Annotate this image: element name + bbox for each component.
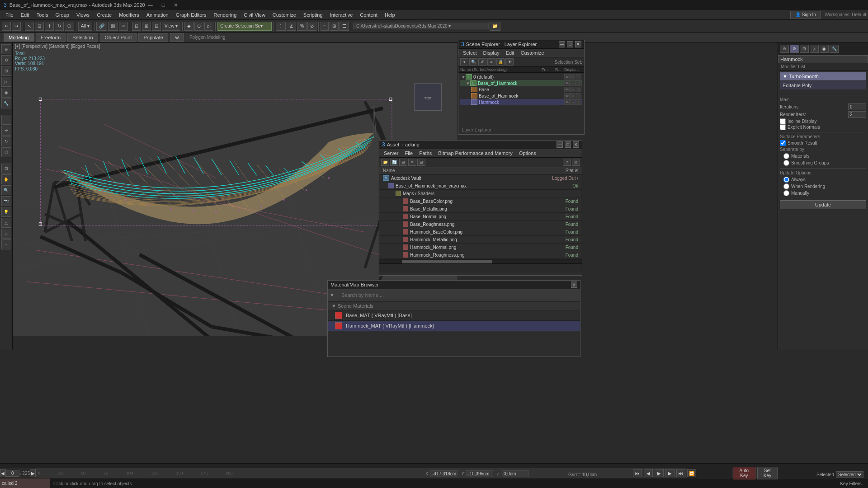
ts-manually-radio[interactable]: Manually	[783, 190, 866, 197]
le-render-icon5[interactable]: ○	[570, 99, 576, 105]
le-render-icon3[interactable]: ○	[570, 87, 576, 92]
pb-prev-frame[interactable]: ◀	[644, 469, 653, 477]
se-minimize[interactable]: —	[559, 41, 565, 47]
le-freeze-icon[interactable]: □	[576, 74, 581, 80]
tab-modeling[interactable]: Modeling	[4, 33, 34, 42]
se-tb-eye[interactable]: 👁	[505, 58, 514, 66]
tab-populate[interactable]: Populate	[138, 33, 168, 42]
se-tb-list[interactable]: ≡	[487, 58, 495, 66]
at-tb-btn4[interactable]: ≡	[408, 159, 416, 166]
lt-utilities[interactable]: 🔧	[1, 99, 11, 108]
pb-go-start[interactable]: ⏮	[633, 469, 642, 477]
at-settings-btn[interactable]: ⚙	[572, 159, 580, 166]
menu-civilview[interactable]: Civil View	[240, 11, 269, 19]
at-row-vault[interactable]: V Autodesk Vault Logged Out /	[379, 174, 582, 182]
lt-modify[interactable]: ⚙	[1, 55, 11, 65]
ts-explicit-checkbox[interactable]	[780, 124, 786, 130]
mb-item-base[interactable]: Base_MAT ( VRayMtl ) [Base]	[328, 310, 580, 321]
menu-create[interactable]: Create	[93, 11, 115, 19]
le-render-icon2[interactable]: ○	[570, 80, 576, 86]
browse-path-button[interactable]: 📁	[490, 22, 500, 31]
le-freeze-icon4[interactable]: □	[576, 93, 581, 99]
ts-smooth-result-check[interactable]: Smooth Result	[780, 140, 866, 146]
ts-isoline-check[interactable]: Isoline Display	[780, 118, 866, 124]
le-freeze-icon3[interactable]: □	[576, 87, 581, 92]
rp-create-btn[interactable]: ⊕	[780, 45, 789, 53]
redo-button[interactable]: ↪	[12, 22, 21, 31]
modifier-editable-poly[interactable]: Editable Poly	[780, 81, 866, 89]
se-menu-customize[interactable]: Customize	[518, 50, 547, 56]
menu-content[interactable]: Content	[356, 11, 381, 19]
at-tb-btn2[interactable]: 🔄	[390, 159, 398, 166]
ts-smoothgroups-radio-input[interactable]	[783, 160, 789, 166]
rp-util-btn[interactable]: 🔧	[830, 45, 839, 53]
se-tb-search[interactable]: 🔍	[469, 58, 477, 66]
percent-snap-button[interactable]: %	[297, 22, 307, 31]
bind-button[interactable]: ≋	[119, 22, 128, 31]
at-scrollbar-h[interactable]	[379, 259, 582, 263]
tab-object-paint[interactable]: Object Paint	[100, 33, 137, 42]
scale-button[interactable]: ⬡	[65, 22, 74, 31]
at-menu-server[interactable]: Server	[381, 150, 401, 156]
menu-help[interactable]: Help	[381, 11, 399, 19]
at-help-btn[interactable]: ?	[563, 159, 571, 166]
lt-create[interactable]: ⊕	[1, 44, 11, 54]
lt-geometry[interactable]: △	[1, 218, 11, 228]
pb-go-end[interactable]: ⏭	[676, 469, 685, 477]
menu-grapheditors[interactable]: Graph Editors	[172, 11, 210, 19]
material-editor-button[interactable]: ◈	[184, 22, 193, 31]
se-tb-refresh[interactable]: ↺	[478, 58, 486, 66]
le-freeze-icon2[interactable]: □	[576, 80, 581, 86]
lt-rotate2[interactable]: ↻	[1, 136, 11, 146]
at-tb-btn1[interactable]: 📁	[381, 159, 389, 166]
rp-modify-btn[interactable]: ⚙	[790, 45, 799, 53]
create-selection-set-button[interactable]: Create Selection Se ▾	[217, 22, 272, 31]
le-vis-icon4[interactable]: 👁	[564, 93, 570, 99]
layer-row-base[interactable]: Base 👁 ○ □	[460, 86, 582, 93]
mb-search-input[interactable]	[338, 291, 561, 300]
render-setup-button[interactable]: ⊙	[194, 22, 203, 31]
le-vis-icon5[interactable]: 👁	[564, 99, 570, 105]
se-menu-display[interactable]: Display	[481, 50, 502, 56]
at-row-hammock-normal[interactable]: Hammock_Normal.png Found	[379, 244, 582, 251]
mb-item-hammock[interactable]: Hammock_MAT ( VRayMtl ) [Hammock]	[328, 321, 580, 331]
setkey-button[interactable]: Set Key	[757, 467, 778, 479]
layer-row-base-of-hammock-obj[interactable]: Base_of_Hammock 👁 ○ □	[460, 93, 582, 99]
at-close[interactable]: ✕	[573, 141, 579, 148]
frame-back[interactable]: ◀	[0, 469, 6, 477]
le-vis-icon[interactable]: 👁	[564, 74, 570, 80]
layer-row-hammock[interactable]: Hammock 👁 ○ □	[460, 99, 582, 105]
at-row-maps[interactable]: Maps / Shaders	[379, 190, 582, 197]
menu-group[interactable]: Group	[52, 11, 73, 19]
x-input[interactable]	[430, 470, 458, 477]
lt-motion[interactable]: ▷	[1, 77, 11, 87]
lt-zoom[interactable]: 🔍	[1, 185, 11, 195]
at-row-hammock-roughness[interactable]: Hammock_Roughness.png Found	[379, 251, 582, 259]
se-menu-select[interactable]: Select	[460, 50, 480, 56]
rp-motion-btn[interactable]: ▷	[810, 45, 819, 53]
ts-manually-radio-input[interactable]	[783, 190, 789, 196]
ts-materials-radio-input[interactable]	[783, 153, 789, 159]
menu-views[interactable]: Views	[73, 11, 93, 19]
rp-display-btn[interactable]: ◉	[820, 45, 829, 53]
minimize-button[interactable]: —	[145, 2, 156, 8]
mirror-button[interactable]: ⊟	[132, 22, 141, 31]
menu-interactive[interactable]: Interactive	[326, 11, 357, 19]
at-row-basecolor[interactable]: Base_BaseColor.png Found	[379, 197, 582, 205]
ts-explicit-check[interactable]: Explicit Normals	[780, 124, 866, 130]
layer-row-default[interactable]: ▼ L 0 (default) 👁 ○ □	[460, 74, 582, 80]
layer-row-base-hammock[interactable]: ▼ L Base_of_Hammock 👁 ○ □	[460, 80, 582, 86]
le-vis-icon3[interactable]: 👁	[564, 87, 570, 92]
at-scrollbar-thumb[interactable]	[402, 260, 492, 263]
select-region-button[interactable]: ⊡	[35, 22, 44, 31]
close-button[interactable]: ✕	[171, 2, 180, 8]
y-input[interactable]	[466, 470, 493, 477]
ts-update-button[interactable]: Update	[780, 200, 866, 209]
tab-extra[interactable]: ⊕	[170, 33, 184, 42]
menu-customize[interactable]: Customize	[269, 11, 300, 19]
lt-shapes[interactable]: ◇	[1, 229, 11, 239]
at-tb-btn3[interactable]: ⊞	[399, 159, 407, 166]
lt-camera[interactable]: 📷	[1, 196, 11, 206]
menu-tools[interactable]: Tools	[33, 11, 52, 19]
at-menu-file[interactable]: File	[402, 150, 415, 156]
